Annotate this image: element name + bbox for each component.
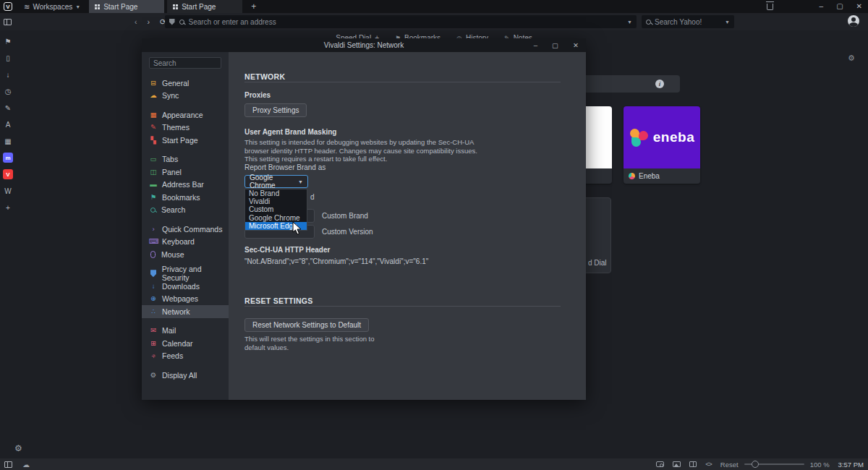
panel-toggle-icon[interactable] bbox=[4, 19, 12, 25]
speed-dial-tile-eneba[interactable]: eneba Eneba bbox=[624, 106, 700, 184]
workspaces-button[interactable]: ≋ Workspaces ▼ bbox=[20, 0, 85, 13]
panel-toggle-icon[interactable] bbox=[4, 461, 12, 468]
vivaldi-web-panel-icon[interactable]: V bbox=[3, 169, 13, 179]
uabm-description-line: This setting is intended for debugging w… bbox=[244, 138, 477, 147]
mastodon-web-panel-icon[interactable]: m bbox=[3, 153, 13, 163]
settings-sidebar-item-bookmarks[interactable]: ⚑Bookmarks bbox=[142, 191, 229, 204]
settings-sidebar-item-start-page[interactable]: ▚Start Page bbox=[142, 134, 229, 147]
chevron-down-icon[interactable]: ▼ bbox=[725, 20, 730, 25]
brand-option-custom[interactable]: Custom bbox=[245, 205, 307, 213]
panel-icon: ◫ bbox=[149, 168, 158, 176]
settings-sidebar-item-tabs[interactable]: ▭Tabs bbox=[142, 153, 229, 166]
address-toolbar: ‹ › ⟳ ▼ ▼ bbox=[0, 13, 868, 30]
tab-label: Start Page bbox=[182, 3, 216, 11]
sidebar-item-label: Privacy and Security bbox=[162, 265, 229, 282]
zoom-reset-label[interactable]: Reset bbox=[720, 461, 739, 469]
vivaldi-menu-icon[interactable]: V bbox=[4, 2, 12, 11]
settings-sidebar-item-appearance[interactable]: ▦Appearance bbox=[142, 108, 229, 121]
shield-icon[interactable] bbox=[169, 19, 175, 25]
settings-sidebar-item-sync[interactable]: ☁Sync bbox=[142, 90, 229, 103]
closed-tabs-trash-icon[interactable] bbox=[767, 4, 773, 10]
tab-label: Start Page bbox=[103, 3, 137, 11]
chevron-down-icon[interactable]: ▼ bbox=[627, 20, 632, 25]
browser-tab-1[interactable]: Start Page bbox=[89, 0, 164, 13]
settings-title-bar[interactable]: Vivaldi Settings: Network – ▢ ✕ bbox=[142, 38, 586, 52]
maximize-button[interactable]: ▢ bbox=[836, 0, 843, 13]
forward-button[interactable]: › bbox=[148, 17, 150, 26]
proxies-label: Proxies bbox=[244, 91, 271, 99]
reading-list-panel-icon[interactable]: ▯ bbox=[3, 53, 13, 63]
settings-sidebar-item-keyboard[interactable]: ⌨Keyboard bbox=[142, 236, 229, 249]
brand-option-vivaldi[interactable]: Vivaldi bbox=[245, 197, 307, 205]
new-tab-button[interactable]: + bbox=[251, 1, 256, 12]
capture-page-icon[interactable] bbox=[656, 461, 664, 467]
sec-ch-ua-label: Sec-CH-UA HTTP Header bbox=[244, 246, 330, 254]
search-field[interactable]: ▼ bbox=[642, 15, 734, 28]
wikipedia-web-panel-icon[interactable]: W bbox=[3, 186, 13, 196]
settings-sidebar-item-themes[interactable]: ✎Themes bbox=[142, 121, 229, 134]
address-bar[interactable]: ▼ bbox=[165, 15, 637, 28]
zoom-slider-handle[interactable] bbox=[752, 461, 759, 468]
start-page-grid-icon bbox=[95, 4, 100, 9]
settings-window-title: Vivaldi Settings: Network bbox=[324, 41, 404, 49]
window-panel-icon[interactable]: ▦ bbox=[3, 136, 13, 146]
settings-sidebar-item-mail[interactable]: ✉Mail bbox=[142, 325, 229, 338]
sidebar-item-label: Themes bbox=[162, 123, 190, 132]
settings-sidebar-item-general[interactable]: ⊟General bbox=[142, 77, 229, 90]
settings-sidebar-item-feeds[interactable]: »Feeds bbox=[142, 350, 229, 363]
settings-sidebar-item-mouse[interactable]: Mouse bbox=[142, 248, 229, 261]
brand-option-no-brand[interactable]: No Brand bbox=[245, 189, 307, 197]
page-settings-gear-icon[interactable]: ⚙ bbox=[848, 54, 855, 63]
settings-sidebar-item-privacy-and-security[interactable]: Privacy and Security bbox=[142, 268, 229, 281]
workspaces-label: Workspaces bbox=[33, 3, 72, 11]
browser-tab-2[interactable]: Start Page bbox=[167, 0, 242, 13]
downloads-panel-icon[interactable]: ↓ bbox=[3, 69, 13, 80]
sidebar-item-label: General bbox=[162, 79, 189, 87]
bookmarks-icon: ⚑ bbox=[149, 193, 158, 202]
settings-sidebar-item-display-all[interactable]: ⚙Display All bbox=[142, 369, 229, 382]
notes-panel-icon[interactable]: ✎ bbox=[3, 103, 13, 113]
settings-gear-icon[interactable]: ⚙ bbox=[14, 443, 22, 453]
toggle-images-icon[interactable] bbox=[673, 461, 681, 467]
address-input[interactable] bbox=[189, 18, 624, 26]
close-button[interactable]: ✕ bbox=[856, 0, 862, 13]
minimize-button[interactable]: – bbox=[820, 0, 824, 13]
settings-sidebar-item-calendar[interactable]: ⊞Calendar bbox=[142, 337, 229, 350]
settings-minimize-button[interactable]: – bbox=[534, 41, 537, 49]
settings-sidebar-item-panel[interactable]: ◫Panel bbox=[142, 166, 229, 179]
profile-avatar[interactable] bbox=[848, 15, 859, 27]
page-actions-icon[interactable]: <> bbox=[705, 461, 712, 468]
sidebar-item-label: Search bbox=[161, 205, 185, 214]
settings-sidebar-item-quick-commands[interactable]: ›Quick Commands bbox=[142, 223, 229, 236]
history-panel-icon[interactable]: ◷ bbox=[3, 86, 13, 96]
sync-cloud-icon[interactable]: ☁ bbox=[22, 461, 30, 469]
reset-network-button[interactable]: Reset Network Settings to Default bbox=[244, 318, 369, 332]
network-heading: NETWORK bbox=[244, 72, 285, 81]
zoom-slider[interactable] bbox=[744, 463, 804, 465]
sidebar-item-label: Downloads bbox=[162, 282, 200, 291]
panel-strip: ⚑▯↓◷✎A▦mVW+ bbox=[0, 30, 16, 458]
settings-sidebar-item-address-bar[interactable]: ▬Address Bar bbox=[142, 179, 229, 192]
sidebar-item-label: Panel bbox=[162, 168, 182, 176]
settings-sidebar-item-webpages[interactable]: ⊕Webpages bbox=[142, 293, 229, 306]
settings-content: NETWORK Proxies Proxy Settings User Agen… bbox=[229, 52, 586, 400]
mouse-cursor bbox=[292, 221, 302, 236]
settings-sidebar-item-search[interactable]: Search bbox=[142, 204, 229, 217]
settings-close-button[interactable]: ✕ bbox=[573, 41, 579, 49]
translate-panel-icon[interactable]: A bbox=[3, 119, 13, 129]
settings-maximize-button[interactable]: ▢ bbox=[552, 41, 558, 49]
back-button[interactable]: ‹ bbox=[135, 17, 137, 26]
sidebar-item-label: Calendar bbox=[162, 339, 193, 348]
proxy-settings-button[interactable]: Proxy Settings bbox=[244, 103, 307, 117]
sidebar-item-label: Address Bar bbox=[162, 180, 204, 189]
tile-tabs-icon[interactable] bbox=[689, 461, 697, 467]
brand-select[interactable]: Google Chrome ▼ bbox=[244, 175, 308, 188]
add-web-panel-icon[interactable]: + bbox=[3, 202, 13, 213]
settings-search-input[interactable] bbox=[149, 57, 221, 69]
settings-sidebar-item-network[interactable]: ∴Network bbox=[142, 305, 229, 318]
yahoo-search-input[interactable] bbox=[655, 18, 721, 26]
search-engine-icon[interactable] bbox=[646, 20, 651, 25]
search-icon bbox=[179, 20, 184, 25]
eneba-logo-text: eneba bbox=[653, 129, 694, 145]
info-icon[interactable]: i bbox=[655, 80, 664, 88]
